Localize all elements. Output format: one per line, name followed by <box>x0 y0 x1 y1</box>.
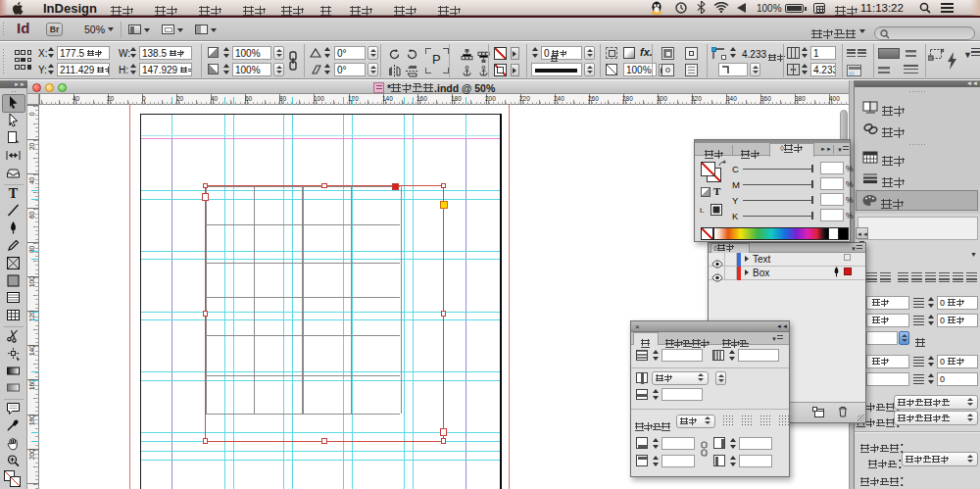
svg-text:T: T <box>9 186 19 201</box>
